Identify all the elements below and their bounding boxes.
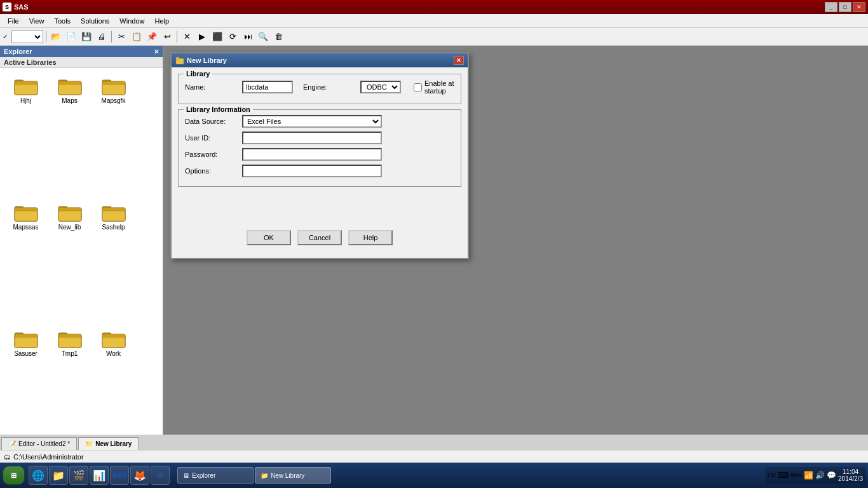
tab-editor[interactable]: 📝 Editor - Untitled2 * <box>1 437 77 450</box>
data-source-select[interactable]: Excel Files SQL Server Oracle Access <box>242 115 382 128</box>
library-item-work[interactable]: Work <box>93 326 134 450</box>
dialog-title-bar: New Library ✕ <box>172 53 468 67</box>
title-bar-controls: _ □ ✕ <box>825 2 865 12</box>
library-fieldset: Library Name: Engine: ODBC BASE V9 XLSX <box>178 74 461 104</box>
svg-rect-11 <box>102 81 125 85</box>
explorer-close-button[interactable]: ✕ <box>154 48 159 55</box>
dialog-title-text: New Library <box>187 57 227 64</box>
engine-label: Engine: <box>303 83 360 91</box>
dialog-spacer <box>178 192 461 224</box>
enable-at-startup-label: Enable at startup <box>414 79 454 95</box>
library-item-tmp1[interactable]: Tmp1 <box>49 326 90 450</box>
library-label: Sasuser <box>14 350 37 357</box>
library-item-mapsgfk[interactable]: Mapsgfk <box>93 73 134 197</box>
toolbar-open-btn[interactable]: 📂 <box>49 30 63 44</box>
taskbar-app-sas[interactable]: SAS <box>110 466 129 485</box>
menu-help[interactable]: Help <box>149 16 174 26</box>
taskbar-app-explorer[interactable]: 📁 <box>49 466 68 485</box>
toolbar-zoom-btn[interactable]: 🔍 <box>256 30 270 44</box>
taskbar-window-new-library[interactable]: 📁 New Library <box>255 467 331 484</box>
password-input[interactable] <box>242 148 382 161</box>
options-label: Options: <box>185 167 242 175</box>
toolbar-stop-btn[interactable]: ✕ <box>180 30 194 44</box>
folder-icon <box>101 202 126 222</box>
engine-select[interactable]: ODBC BASE V9 XLSX <box>360 81 401 93</box>
explorer-title-bar: Explorer ✕ <box>0 46 163 57</box>
folder-icon <box>57 329 83 349</box>
menu-view[interactable]: View <box>24 16 50 26</box>
start-button[interactable]: ⊞ <box>3 466 25 485</box>
explorer-taskbar-icon: 🖥 <box>183 472 189 479</box>
taskbar-app-word[interactable]: W <box>151 466 170 485</box>
library-label: Work <box>106 350 121 357</box>
user-id-input[interactable] <box>242 132 382 144</box>
library-label: Mapssas <box>13 224 38 231</box>
user-id-row: User ID: <box>185 132 454 144</box>
dialog-close-button[interactable]: ✕ <box>454 56 464 65</box>
options-input[interactable] <box>242 165 382 177</box>
svg-rect-15 <box>15 208 37 211</box>
editor-tab-label: Editor - Untitled2 * <box>18 440 70 447</box>
name-row: Name: Engine: ODBC BASE V9 XLSX Enable a… <box>185 79 454 95</box>
library-info-fieldset: Library Information Data Source: Excel F… <box>178 109 461 187</box>
title-bar-left: S SAS <box>3 3 29 11</box>
menu-solutions[interactable]: Solutions <box>76 16 114 26</box>
toolbar-recall-btn[interactable]: ⟳ <box>226 30 240 44</box>
svg-rect-35 <box>102 334 125 337</box>
toolbar-print-btn[interactable]: 🖨 <box>95 30 109 44</box>
maximize-button[interactable]: □ <box>839 2 851 12</box>
tab-new-library[interactable]: 📁 New Library <box>78 437 139 450</box>
toolbar-next-btn[interactable]: ⏭ <box>241 30 255 44</box>
sas-logo-icon: S <box>3 3 11 11</box>
sound-icon: 🔊 <box>815 471 825 480</box>
toolbar-new-btn[interactable]: 📄 <box>64 30 78 44</box>
toolbar-copy-btn[interactable]: 📋 <box>130 30 144 44</box>
explorer-content: Hjhj Maps Mapsgfk <box>0 68 163 455</box>
toolbar-run-btn[interactable]: ▶ <box>195 30 209 44</box>
taskbar-windows: 🖥 Explorer 📁 New Library <box>177 467 764 484</box>
svg-rect-36 <box>176 58 184 64</box>
toolbar-undo-btn[interactable]: ↩ <box>160 30 174 44</box>
library-item-new_lib[interactable]: New_lib <box>49 200 90 323</box>
message-icon: 💬 <box>827 471 836 480</box>
taskbar-window-explorer[interactable]: 🖥 Explorer <box>177 467 254 484</box>
toolbar-dropdown[interactable] <box>11 30 43 43</box>
enable-at-startup-checkbox[interactable] <box>414 83 422 92</box>
library-item-sasuser[interactable]: Sasuser <box>5 326 46 450</box>
library-item-mapssas[interactable]: Mapssas <box>5 200 46 323</box>
toolbar-cut-btn[interactable]: ✂ <box>114 30 128 44</box>
bottom-tabs: 📝 Editor - Untitled2 * 📁 New Library <box>0 435 868 450</box>
svg-rect-31 <box>58 334 81 337</box>
ok-button[interactable]: OK <box>247 230 291 245</box>
library-label: Hjhj <box>20 97 31 104</box>
cancel-button[interactable]: Cancel <box>297 230 342 245</box>
library-item-maps[interactable]: Maps <box>49 73 90 197</box>
library-info-label: Library Information <box>184 105 253 113</box>
checkmark-icon: ✓ <box>3 33 8 40</box>
close-window-button[interactable]: ✕ <box>853 2 865 12</box>
menu-bar: File View Tools Solutions Window Help <box>0 14 868 28</box>
taskbar-app-firefox[interactable]: 🦊 <box>130 466 149 485</box>
data-source-row: Data Source: Excel Files SQL Server Orac… <box>185 115 454 128</box>
toolbar-paste-btn[interactable]: 📌 <box>145 30 159 44</box>
taskbar-app-ie[interactable]: 🌐 <box>29 466 48 485</box>
menu-window[interactable]: Window <box>114 16 149 26</box>
help-button[interactable]: Help <box>348 230 393 245</box>
dialog-body: Library Name: Engine: ODBC BASE V9 XLSX <box>172 67 468 258</box>
menu-tools[interactable]: Tools <box>49 16 76 26</box>
toolbar-submit-btn[interactable]: ⬛ <box>210 30 224 44</box>
library-item-hjhj[interactable]: Hjhj <box>5 73 46 197</box>
taskbar: ⊞ 🌐 📁 🎬 📊 SAS 🦊 W 🖥 Explorer 📁 New Libra… <box>0 463 868 488</box>
name-input[interactable] <box>242 81 293 93</box>
password-label: Password: <box>185 151 242 158</box>
toolbar-save-btn[interactable]: 💾 <box>79 30 93 44</box>
taskbar-app-media[interactable]: 🎬 <box>69 466 88 485</box>
password-row: Password: <box>185 148 454 161</box>
toolbar-clear-btn[interactable]: 🗑 <box>271 30 285 44</box>
taskbar-app-analytics[interactable]: 📊 <box>90 466 109 485</box>
menu-file[interactable]: File <box>3 16 24 26</box>
data-source-label: Data Source: <box>185 118 242 125</box>
library-item-sashelp[interactable]: Sashelp <box>93 200 134 323</box>
editor-tab-icon: 📝 <box>8 440 16 447</box>
minimize-button[interactable]: _ <box>825 2 837 12</box>
